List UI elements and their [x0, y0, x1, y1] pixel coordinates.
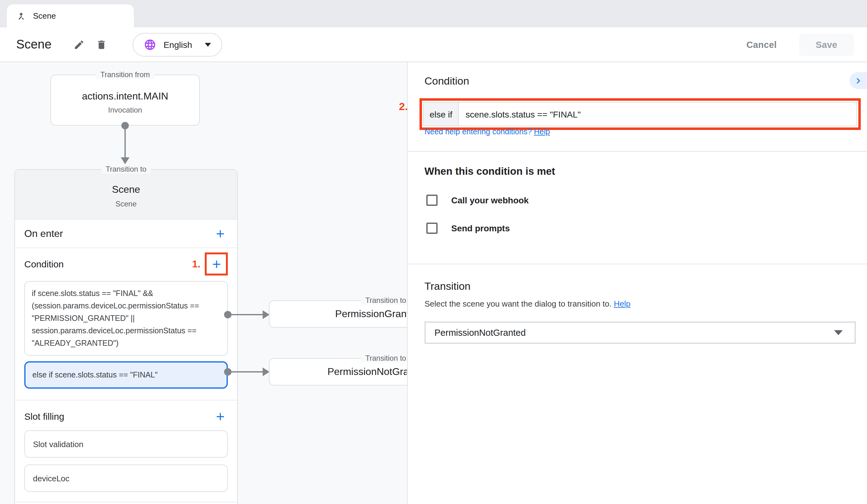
globe-icon	[143, 38, 156, 51]
panel-condition-heading: Condition	[425, 75, 469, 88]
plus-icon	[214, 410, 226, 423]
transition-heading: Transition	[425, 281, 471, 293]
when-met-heading: When this condition is met	[425, 165, 555, 177]
condition-edit-panel: Condition 2. else if scene.slots.status …	[407, 62, 867, 504]
connector-line	[228, 314, 264, 315]
slot-filling-section: Slot filling Slot validation deviceLoc	[15, 401, 237, 502]
transition-target-permission-not-granted[interactable]: Transition to PermissionNotGranted	[269, 358, 407, 385]
call-webhook-label: Call your webhook	[451, 195, 529, 205]
tab-bar: Scene	[0, 0, 867, 28]
add-condition-button[interactable]	[209, 256, 224, 272]
transition-subtitle-text: Select the scene you want the dialog to …	[425, 299, 611, 308]
divider	[408, 264, 867, 264]
delete-button[interactable]	[94, 37, 109, 52]
content-area: Transition from actions.intent.MAIN Invo…	[0, 62, 867, 504]
transition-from-legend: Transition from	[96, 70, 154, 79]
plus-icon	[214, 227, 226, 240]
connector-line	[228, 371, 264, 372]
transition-to-legend: Transition to	[361, 354, 407, 363]
divider	[408, 151, 867, 152]
chevron-right-icon	[853, 75, 864, 86]
arrow-right-icon	[263, 368, 269, 376]
condition-help-line: Need help entering conditions? Help	[425, 128, 550, 136]
scene-type: Scene	[15, 200, 237, 208]
pencil-icon	[73, 39, 84, 50]
language-label: English	[163, 40, 192, 50]
add-slot-button[interactable]	[213, 409, 228, 424]
intent-type: Invocation	[51, 106, 199, 114]
transition-target-permission-granted[interactable]: Transition to PermissionGranted	[269, 300, 407, 328]
scene-flow-canvas: Transition from actions.intent.MAIN Invo…	[0, 62, 407, 504]
app-window: Scene Scene English Cancel Save Transiti…	[0, 0, 867, 504]
page-title: Scene	[16, 37, 51, 52]
condition-expression-input[interactable]: scene.slots.status == "FINAL"	[459, 102, 856, 125]
edit-button[interactable]	[71, 37, 86, 52]
scene-card: Transition to Scene Scene On enter Condi…	[14, 169, 238, 504]
condition-elseif-box[interactable]: else if scene.slots.status == "FINAL"	[24, 361, 228, 388]
help-text: Need help entering conditions?	[425, 128, 532, 136]
on-enter-section: On enter	[15, 219, 237, 248]
transition-from-node[interactable]: Transition from actions.intent.MAIN Invo…	[51, 75, 200, 125]
trash-icon	[96, 39, 107, 50]
collapse-panel-button[interactable]	[849, 72, 867, 89]
cancel-button[interactable]: Cancel	[747, 40, 777, 50]
send-prompts-label: Send prompts	[451, 223, 510, 233]
transition-to-legend: Transition to	[361, 296, 407, 305]
connector-line	[125, 125, 126, 158]
transition-subtitle: Select the scene you want the dialog to …	[425, 299, 631, 308]
call-webhook-checkbox[interactable]	[426, 195, 438, 206]
target-scene-name: PermissionGranted	[335, 308, 407, 320]
tab-scene[interactable]: Scene	[7, 4, 134, 28]
language-selector[interactable]: English	[132, 33, 222, 56]
add-on-enter-button[interactable]	[213, 226, 228, 241]
selected-scene: PermissionNotGranted	[435, 328, 526, 338]
condition-prefix: else if	[424, 102, 459, 125]
condition-section: Condition 1. if scene.slots.status == "F…	[15, 248, 237, 401]
webhook-option-row: Call your webhook	[426, 195, 529, 206]
plus-icon	[210, 258, 223, 270]
scene-name: Scene	[15, 170, 237, 195]
send-prompts-checkbox[interactable]	[426, 223, 438, 234]
arrow-down-icon	[121, 157, 129, 164]
tab-label: Scene	[33, 11, 56, 21]
annotation-2: 2.	[399, 101, 408, 113]
on-enter-label: On enter	[24, 219, 63, 248]
scene-card-header[interactable]: Scene Scene	[15, 170, 237, 219]
arrow-right-icon	[263, 310, 269, 319]
slot-filling-label: Slot filling	[24, 411, 64, 421]
condition-field: else if scene.slots.status == "FINAL"	[423, 102, 857, 126]
save-button[interactable]: Save	[799, 33, 854, 56]
chevron-down-icon	[204, 43, 211, 46]
slot-item[interactable]: deviceLoc	[24, 464, 228, 492]
dropdown-caret-icon	[834, 330, 843, 335]
condition-if-box[interactable]: if scene.slots.status == "FINAL" && (ses…	[24, 281, 228, 356]
intent-name: actions.intent.MAIN	[51, 91, 199, 102]
transition-scene-select[interactable]: PermissionNotGranted	[425, 321, 856, 344]
merge-arrow-icon	[16, 11, 26, 21]
condition-label: Condition	[24, 259, 64, 269]
page-header: Scene English Cancel Save	[0, 28, 867, 62]
scene-card-legend: Transition to	[101, 165, 151, 174]
annotation-1-highlight	[205, 252, 228, 275]
annotation-2-highlight: else if scene.slots.status == "FINAL"	[419, 98, 861, 130]
help-link[interactable]: Help	[534, 128, 550, 136]
transition-help-link[interactable]: Help	[614, 299, 631, 308]
annotation-1: 1.	[192, 259, 201, 270]
prompts-option-row: Send prompts	[426, 223, 510, 234]
target-scene-name: PermissionNotGranted	[328, 366, 407, 377]
slot-item[interactable]: Slot validation	[24, 430, 228, 458]
